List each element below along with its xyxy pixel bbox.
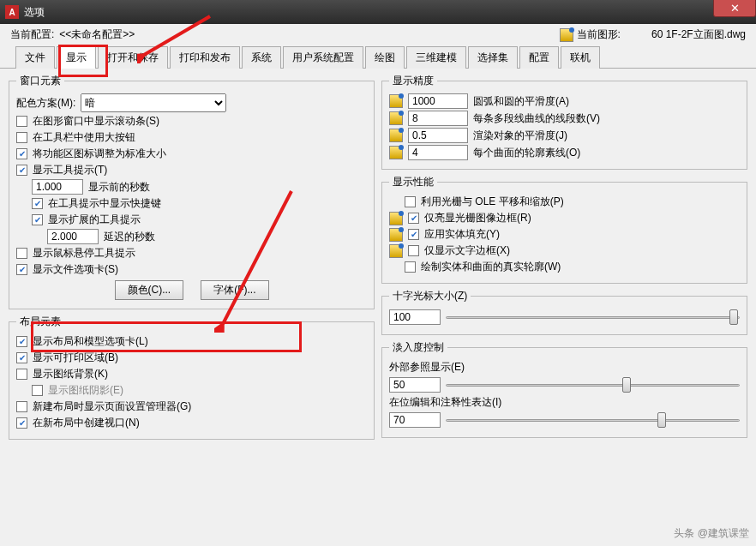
- performance-legend: 显示性能: [389, 175, 437, 189]
- window-elements-legend: 窗口元素: [16, 74, 64, 88]
- delay-label: 延迟的秒数: [104, 230, 155, 244]
- page-setup-label: 新建布局时显示页面设置管理器(G): [33, 399, 191, 414]
- layout-elements-group: 布局元素 显示布局和模型选项卡(L) 显示可打印区域(B) 显示图纸背景(K) …: [9, 315, 375, 440]
- fonts-button[interactable]: 字体(F)...: [201, 280, 268, 300]
- highlight-frame-label: 仅亮显光栅图像边框(R): [424, 211, 531, 225]
- tooltips-label: 显示工具提示(T): [33, 163, 107, 177]
- drawing-config-icon: [389, 111, 403, 125]
- color-scheme-label: 配色方案(M):: [16, 96, 75, 111]
- pan-zoom-label: 利用光栅与 OLE 平移和缩放(P): [421, 195, 564, 209]
- drawing-icon: [560, 28, 573, 42]
- drawing-config-icon: [389, 212, 403, 225]
- seconds-before-label: 显示前的秒数: [88, 180, 150, 195]
- ext-tooltips-checkbox[interactable]: [32, 214, 43, 225]
- delay-input[interactable]: 2.000: [47, 229, 99, 244]
- colors-button[interactable]: 颜色(C)...: [115, 280, 184, 300]
- performance-group: 显示性能 利用光栅与 OLE 平移和缩放(P) 仅亮显光栅图像边框(R) 应用实…: [381, 175, 747, 284]
- hover-checkbox[interactable]: [16, 248, 27, 259]
- drawing-config-icon: [389, 244, 403, 258]
- polyline-seg-input[interactable]: 8: [408, 111, 468, 126]
- xref-fade-input[interactable]: 50: [389, 377, 441, 393]
- drawing-config-icon: [389, 146, 403, 159]
- text-frame-label: 仅显示文字边框(X): [424, 243, 510, 258]
- tab-files[interactable]: 文件: [15, 46, 55, 69]
- arc-smooth-label: 圆弧和圆的平滑度(A): [473, 94, 569, 109]
- right-column: 显示精度 1000圆弧和圆的平滑度(A) 8每条多段线曲线的线段数(V) 0.5…: [381, 74, 747, 440]
- fade-group: 淡入度控制 外部参照显示(E) 50 在位编辑和注释性表达(I) 70: [381, 340, 747, 438]
- current-profile-value: <<未命名配置>>: [59, 27, 135, 42]
- printable-area-label: 显示可打印区域(B): [33, 351, 118, 365]
- tab-user-pref[interactable]: 用户系统配置: [283, 46, 363, 69]
- drawing-config-icon: [389, 129, 403, 142]
- paper-shadow-checkbox[interactable]: [32, 385, 43, 396]
- left-column: 窗口元素 配色方案(M): 暗 在图形窗口中显示滚动条(S) 在工具栏中使用大按…: [9, 74, 375, 440]
- tab-profiles[interactable]: 配置: [519, 46, 559, 69]
- big-buttons-label: 在工具栏中使用大按钮: [33, 130, 135, 145]
- contour-lines-label: 每个曲面的轮廓素线(O): [473, 146, 580, 160]
- tab-selection[interactable]: 选择集: [468, 46, 518, 69]
- highlight-frame-checkbox[interactable]: [408, 213, 419, 224]
- precision-group: 显示精度 1000圆弧和圆的平滑度(A) 8每条多段线曲线的线段数(V) 0.5…: [381, 74, 747, 170]
- pan-zoom-checkbox[interactable]: [405, 196, 416, 207]
- render-smooth-label: 渲染对象的平滑度(J): [473, 129, 567, 143]
- shortcuts-checkbox[interactable]: [32, 198, 43, 209]
- current-profile-label: 当前配置:: [10, 27, 54, 42]
- tab-strip: 文件 显示 打开和保存 打印和发布 系统 用户系统配置 绘图 三维建模 选择集 …: [0, 45, 756, 69]
- precision-legend: 显示精度: [389, 74, 437, 88]
- layout-tabs-checkbox[interactable]: [16, 336, 27, 347]
- tab-open-save[interactable]: 打开和保存: [98, 46, 168, 69]
- page-setup-checkbox[interactable]: [16, 401, 27, 412]
- crosshair-group: 十字光标大小(Z) 100: [381, 289, 747, 335]
- crosshair-input[interactable]: 100: [389, 309, 441, 325]
- solid-fill-checkbox[interactable]: [408, 229, 419, 240]
- crosshair-legend: 十字光标大小(Z): [389, 289, 471, 303]
- file-tabs-checkbox[interactable]: [16, 264, 27, 275]
- paper-bg-label: 显示图纸背景(K): [33, 367, 108, 381]
- ribbon-std-checkbox[interactable]: [16, 148, 27, 159]
- viewport-checkbox[interactable]: [16, 417, 27, 429]
- scrollbars-label: 在图形窗口中显示滚动条(S): [33, 114, 159, 129]
- fade-legend: 淡入度控制: [389, 340, 447, 355]
- tab-content: 窗口元素 配色方案(M): 暗 在图形窗口中显示滚动条(S) 在工具栏中使用大按…: [0, 69, 756, 445]
- true-silhouette-checkbox[interactable]: [405, 261, 416, 273]
- app-logo-icon: A: [5, 5, 19, 19]
- layout-elements-legend: 布局元素: [16, 315, 64, 329]
- contour-lines-input[interactable]: 4: [408, 145, 468, 160]
- current-drawing-label: 当前图形:: [577, 27, 621, 42]
- tab-3d[interactable]: 三维建模: [406, 46, 466, 69]
- tab-plot[interactable]: 打印和发布: [170, 46, 240, 69]
- tooltips-checkbox[interactable]: [16, 165, 27, 176]
- hover-label: 显示鼠标悬停工具提示: [33, 246, 135, 261]
- window-elements-group: 窗口元素 配色方案(M): 暗 在图形窗口中显示滚动条(S) 在工具栏中使用大按…: [9, 74, 375, 309]
- arc-smooth-input[interactable]: 1000: [408, 93, 468, 109]
- printable-area-checkbox[interactable]: [16, 352, 27, 363]
- file-tabs-label: 显示文件选项卡(S): [33, 262, 118, 277]
- drawing-config-icon: [389, 94, 403, 108]
- tab-system[interactable]: 系统: [242, 46, 281, 69]
- big-buttons-checkbox[interactable]: [16, 132, 27, 143]
- title-bar: A 选项 ✕: [0, 0, 756, 24]
- crosshair-slider[interactable]: [446, 309, 740, 326]
- seconds-before-input[interactable]: 1.000: [32, 179, 83, 195]
- viewport-label: 在新布局中创建视口(N): [33, 416, 140, 430]
- tab-online[interactable]: 联机: [561, 46, 600, 69]
- tab-drafting[interactable]: 绘图: [365, 46, 405, 69]
- anno-fade-slider[interactable]: [446, 411, 740, 429]
- xref-fade-slider[interactable]: [446, 376, 740, 393]
- tab-display[interactable]: 显示: [57, 46, 96, 69]
- paper-bg-checkbox[interactable]: [16, 369, 27, 380]
- watermark: 头条 @建筑课堂: [674, 526, 749, 541]
- window-title: 选项: [24, 5, 45, 20]
- layout-tabs-label: 显示布局和模型选项卡(L): [33, 334, 148, 349]
- close-button[interactable]: ✕: [713, 0, 756, 17]
- anno-fade-label: 在位编辑和注释性表达(I): [389, 395, 501, 410]
- current-drawing-value: 60 1F-2F立面图.dwg: [651, 27, 746, 42]
- drawing-config-icon: [389, 228, 403, 242]
- color-scheme-select[interactable]: 暗: [81, 93, 226, 112]
- profile-row: 当前配置: <<未命名配置>> 当前图形: 60 1F-2F立面图.dwg: [0, 24, 756, 45]
- scrollbars-checkbox[interactable]: [16, 116, 27, 127]
- anno-fade-input[interactable]: 70: [389, 412, 441, 428]
- render-smooth-input[interactable]: 0.5: [408, 128, 468, 143]
- shortcuts-label: 在工具提示中显示快捷键: [48, 196, 161, 211]
- text-frame-checkbox[interactable]: [408, 245, 419, 256]
